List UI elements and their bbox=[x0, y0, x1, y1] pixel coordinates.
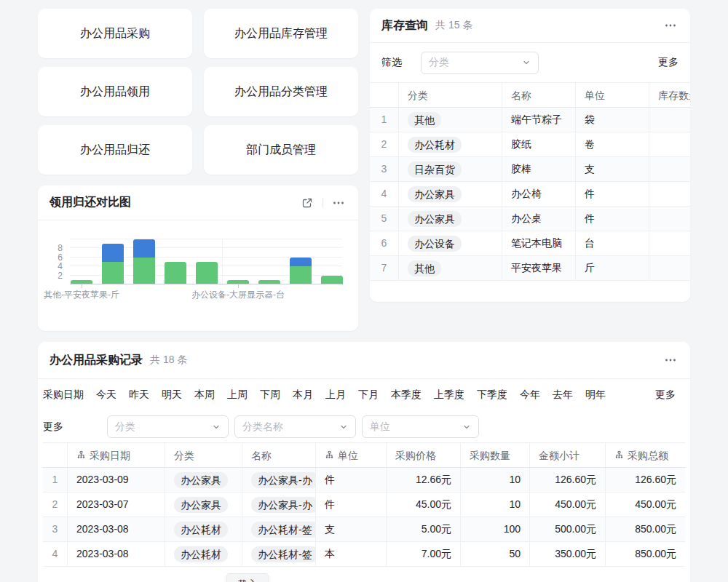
inventory-table-row[interactable]: 4 办公家具 办公椅 件 bbox=[370, 182, 690, 207]
filter-select[interactable]: 单位 bbox=[362, 415, 479, 438]
y-tick-label: 2 bbox=[58, 271, 63, 281]
row-index: 5 bbox=[370, 207, 399, 231]
external-link-icon[interactable] bbox=[299, 195, 315, 211]
quick-action-button[interactable]: 办公用品领用 bbox=[38, 67, 192, 116]
x-tick-label: 其他-平安夜苹果-斤 bbox=[44, 289, 119, 301]
column-header-price[interactable]: 采购价格 bbox=[387, 443, 461, 467]
date-filter-option[interactable]: 今年 bbox=[520, 388, 540, 402]
quick-action-button[interactable]: 部门成员管理 bbox=[204, 125, 358, 175]
records-table-row[interactable]: 1 2023-03-09 办公家具 办公家具-办 件 12.66元 10 126… bbox=[43, 468, 685, 493]
purchase-total: 850.00元 bbox=[606, 542, 685, 566]
filter-select[interactable]: 分类名称 bbox=[234, 415, 356, 438]
bar-segment-blue bbox=[133, 239, 155, 258]
date-filter-option[interactable]: 上月 bbox=[325, 388, 346, 402]
column-header-name[interactable]: 名称 bbox=[502, 83, 576, 107]
more-dots-icon[interactable] bbox=[662, 352, 678, 368]
item-stock bbox=[649, 182, 690, 206]
filter-select[interactable]: 分类 bbox=[107, 415, 229, 438]
item-unit: 件 bbox=[576, 182, 649, 206]
date-filter-option[interactable]: 本季度 bbox=[391, 388, 422, 402]
inventory-table-row[interactable]: 5 办公家具 办公桌 件 bbox=[370, 207, 690, 231]
category-tag: 办公家具 bbox=[408, 211, 462, 227]
column-header-unit[interactable]: 单位 bbox=[576, 83, 649, 107]
date-filter-option[interactable]: 下季度 bbox=[477, 388, 507, 402]
column-header-stock[interactable]: 库存数量 bbox=[649, 83, 690, 107]
date-filter-option[interactable]: 明天 bbox=[162, 388, 182, 402]
quick-action-button[interactable]: 办公用品库存管理 bbox=[204, 9, 358, 58]
records-table-row[interactable]: 2 2023-03-07 办公家具 办公家具-办 件 45.00元 10 450… bbox=[43, 493, 685, 517]
item-name: 办公桌 bbox=[502, 207, 576, 231]
date-filter-option[interactable]: 下月 bbox=[358, 388, 379, 402]
date-filter-option[interactable]: 上周 bbox=[227, 388, 248, 402]
chevron-down-icon bbox=[462, 423, 471, 431]
date-filter-more-link[interactable]: 更多 bbox=[655, 388, 676, 402]
purchase-date: 2023-03-08 bbox=[68, 542, 165, 566]
column-header-date[interactable]: 采购日期 bbox=[68, 443, 165, 467]
category-tag: 办公家具 bbox=[174, 497, 228, 513]
field-link-icon bbox=[614, 450, 624, 460]
load-more-button[interactable]: 载入 bbox=[226, 573, 269, 582]
column-header-index bbox=[43, 443, 68, 467]
chart-card: 领用归还对比图 2468 其他-平安夜苹果-斤办公设备-大屏显示器-台 bbox=[38, 186, 358, 331]
purchase-date: 2023-03-09 bbox=[68, 468, 165, 492]
category-tag: 其他 bbox=[408, 260, 441, 276]
quick-action-button[interactable]: 办公用品采购 bbox=[38, 9, 192, 58]
column-header-subtotal[interactable]: 金额小计 bbox=[530, 443, 606, 467]
column-header-category[interactable]: 分类 bbox=[165, 443, 242, 467]
quick-action-button[interactable]: 办公用品归还 bbox=[38, 125, 192, 175]
inventory-table-row[interactable]: 6 办公设备 笔记本电脑 台 bbox=[370, 231, 690, 256]
date-filter-option[interactable]: 去年 bbox=[553, 388, 573, 402]
category-tag: 其他 bbox=[408, 112, 441, 128]
bar-segment-green bbox=[133, 258, 155, 284]
purchase-total: 126.60元 bbox=[606, 468, 685, 492]
amount-subtotal: 126.60元 bbox=[530, 468, 606, 492]
column-header-category[interactable]: 分类 bbox=[399, 83, 502, 107]
records-card-header: 办公用品采购记录 共 18 条 bbox=[38, 342, 690, 379]
column-header-unit[interactable]: 单位 bbox=[316, 443, 387, 467]
inventory-more-filters-link[interactable]: 更多 bbox=[658, 56, 678, 69]
date-filter-option[interactable]: 上季度 bbox=[434, 388, 464, 402]
date-filter-option[interactable]: 下周 bbox=[260, 388, 280, 402]
chart-bar bbox=[290, 258, 312, 284]
records-card: 办公用品采购记录 共 18 条 采购日期 今天 昨天 明天 本周 上周 下周 bbox=[38, 342, 690, 582]
category-filter-select[interactable]: 分类 bbox=[421, 52, 539, 74]
chart-bar bbox=[196, 262, 218, 284]
date-filter-option[interactable]: 本月 bbox=[293, 388, 313, 402]
date-filter-option[interactable]: 今天 bbox=[96, 388, 116, 402]
column-header-total[interactable]: 采购总额 bbox=[606, 443, 685, 467]
select-placeholder: 单位 bbox=[370, 420, 390, 434]
item-stock bbox=[649, 108, 690, 132]
column-header-qty[interactable]: 采购数量 bbox=[461, 443, 530, 467]
inventory-table-row[interactable]: 3 日杂百货 胶棒 支 bbox=[370, 157, 690, 182]
row-index: 3 bbox=[43, 517, 68, 541]
purchase-price: 45.00元 bbox=[387, 493, 461, 517]
inventory-table-row[interactable]: 1 其他 端午节粽子 袋 bbox=[370, 108, 690, 132]
records-title: 办公用品采购记录 bbox=[50, 353, 143, 368]
bar-segment-green bbox=[196, 262, 218, 284]
quick-action-button[interactable]: 办公用品分类管理 bbox=[204, 67, 358, 116]
chart-bar bbox=[102, 244, 124, 284]
field-link-icon bbox=[76, 450, 86, 460]
row-index: 7 bbox=[370, 256, 399, 280]
amount-subtotal: 450.00元 bbox=[530, 493, 606, 517]
inventory-table-row[interactable]: 2 办公耗材 胶纸 卷 bbox=[370, 132, 690, 157]
date-filter-option[interactable]: 明年 bbox=[585, 388, 606, 402]
row-index: 1 bbox=[370, 108, 399, 132]
date-filter-option[interactable]: 昨天 bbox=[129, 388, 149, 402]
quick-actions-grid: 办公用品采购 办公用品库存管理 办公用品领用 办公用品分类管理 办公用品归还 部… bbox=[38, 9, 358, 175]
chart-area: 2468 其他-平安夜苹果-斤办公设备-大屏显示器-台 bbox=[38, 220, 358, 331]
records-table-row[interactable]: 4 2023-03-08 办公耗材 办公耗材-签 本 7.00元 50 350.… bbox=[43, 542, 685, 567]
more-dots-icon[interactable] bbox=[331, 195, 347, 211]
extra-filters-row: 更多 分类 分类名称 单位 bbox=[38, 411, 690, 442]
x-tick bbox=[238, 284, 239, 288]
select-placeholder: 分类名称 bbox=[242, 420, 283, 434]
column-header-name[interactable]: 名称 bbox=[242, 443, 316, 467]
records-table-row[interactable]: 3 2023-03-08 办公耗材 办公耗材-签 支 5.00元 100 500… bbox=[43, 517, 685, 542]
date-filter-option[interactable]: 本周 bbox=[194, 388, 215, 402]
item-stock bbox=[649, 132, 690, 156]
inventory-table-row[interactable]: 7 其他 平安夜苹果 斤 bbox=[370, 256, 690, 281]
chart-y-axis: 2468 bbox=[38, 239, 66, 284]
more-dots-icon[interactable] bbox=[662, 17, 678, 33]
purchase-qty: 10 bbox=[461, 468, 530, 492]
category-tag: 办公耗材 bbox=[408, 137, 462, 153]
